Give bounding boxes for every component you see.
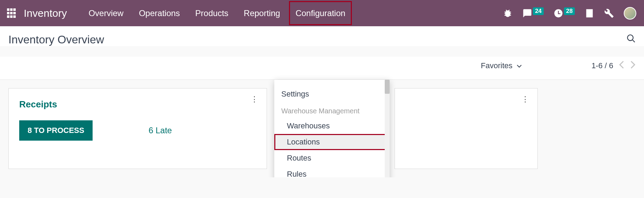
debug-icon[interactable] xyxy=(503,8,513,18)
dropdown-item-warehouses[interactable]: Warehouses xyxy=(274,118,390,134)
pager-prev-icon[interactable] xyxy=(619,60,624,71)
pager: 1-6 / 6 xyxy=(592,60,636,71)
dropdown-item-locations[interactable]: Locations xyxy=(274,134,390,150)
card-kebab-menu-icon[interactable]: ⋮ xyxy=(251,97,258,101)
dropdown-section-warehouse: Warehouse Management xyxy=(274,102,390,118)
favorites-menu[interactable]: Favorites xyxy=(481,61,522,70)
dropdown-item-rules[interactable]: Rules xyxy=(274,166,390,177)
dropdown-item-settings[interactable]: Settings xyxy=(274,86,390,102)
search-icon[interactable] xyxy=(626,33,636,44)
nav-configuration[interactable]: Configuration xyxy=(288,0,353,26)
nav-operations[interactable]: Operations xyxy=(131,0,187,26)
tools-icon[interactable] xyxy=(604,8,614,18)
dropdown-item-routes[interactable]: Routes xyxy=(274,150,390,166)
kanban-card-next[interactable]: ⋮ xyxy=(395,88,538,169)
messages-icon[interactable]: 24 xyxy=(522,8,544,18)
apps-icon[interactable] xyxy=(7,8,17,18)
nav-reporting[interactable]: Reporting xyxy=(236,0,288,26)
svg-point-3 xyxy=(628,35,633,41)
pager-next-icon[interactable] xyxy=(630,60,636,71)
configuration-dropdown: Settings Warehouse Management Warehouses… xyxy=(274,80,390,177)
svg-rect-1 xyxy=(558,11,559,14)
pager-count: 1-6 / 6 xyxy=(592,61,613,70)
activities-badge: 28 xyxy=(564,7,575,15)
favorites-label: Favorites xyxy=(481,61,512,70)
late-count[interactable]: 6 Late xyxy=(149,126,172,135)
app-name[interactable]: Inventory xyxy=(24,7,67,19)
chevron-down-icon xyxy=(517,61,522,70)
control-panel-bottom: Favorites 1-6 / 6 xyxy=(0,57,644,80)
main-nav: Overview Operations Products Reporting C… xyxy=(81,0,353,26)
nav-products[interactable]: Products xyxy=(188,0,236,26)
dropdown-scrollbar[interactable] xyxy=(385,80,390,177)
user-avatar[interactable] xyxy=(624,7,636,20)
to-process-button[interactable]: 8 TO PROCESS xyxy=(19,120,93,141)
control-panel-top: Inventory Overview xyxy=(0,26,644,46)
svg-rect-2 xyxy=(558,13,560,14)
page-title: Inventory Overview xyxy=(8,33,636,46)
top-navbar: Inventory Overview Operations Products R… xyxy=(0,0,644,26)
company-icon[interactable] xyxy=(585,8,594,18)
card-kebab-menu-icon[interactable]: ⋮ xyxy=(521,97,529,101)
kanban-card-receipts[interactable]: Receipts ⋮ 8 TO PROCESS 6 Late xyxy=(8,88,267,169)
messages-badge: 24 xyxy=(533,7,544,15)
card-title: Receipts xyxy=(19,99,256,110)
activities-icon[interactable]: 28 xyxy=(553,8,575,18)
systray: 24 28 xyxy=(503,7,641,20)
content-area: Settings Warehouse Management Warehouses… xyxy=(0,80,644,177)
svg-line-4 xyxy=(632,40,635,42)
nav-overview[interactable]: Overview xyxy=(81,0,131,26)
